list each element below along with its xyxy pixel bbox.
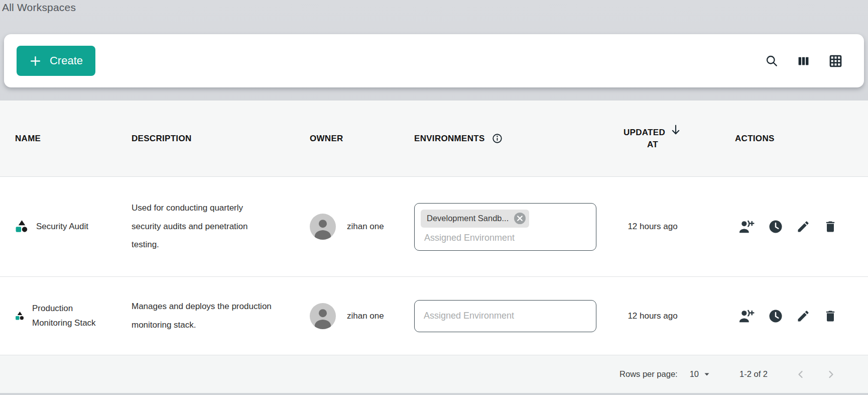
rows-per-page-label: Rows per page:: [619, 369, 678, 379]
workspace-description: Used for conducting quarterly security a…: [126, 199, 302, 254]
column-header-actions: ACTIONS: [707, 134, 868, 144]
person-add-icon[interactable]: [738, 309, 755, 323]
column-header-name: NAME: [0, 134, 126, 144]
next-page-icon[interactable]: [825, 368, 837, 380]
edit-pencil-icon[interactable]: [796, 309, 810, 323]
info-icon[interactable]: [491, 133, 503, 144]
create-button-label: Create: [50, 54, 83, 67]
environment-chip-label: Development Sandb...: [427, 214, 509, 223]
column-header-environments-label: ENVIRONMENTS: [414, 134, 485, 144]
search-icon[interactable]: [765, 54, 779, 68]
column-header-updated-label: UPDATED: [624, 127, 665, 139]
chevron-down-icon: [703, 371, 710, 378]
grid-view-icon[interactable]: [828, 54, 843, 68]
owner-name: zihan one: [347, 311, 384, 321]
delete-trash-icon[interactable]: [823, 220, 837, 234]
rows-per-page-value: 10: [690, 369, 699, 379]
workspaces-table: NAME DESCRIPTION OWNER ENVIRONMENTS UPDA…: [0, 101, 868, 395]
toolbar-card: Create: [4, 34, 864, 87]
arrow-down-icon: [670, 124, 682, 137]
pagination-bar: Rows per page: 10 1-2 of 2: [0, 355, 868, 393]
workspace-shapes-icon: [15, 311, 25, 321]
environment-placeholder: Assigned Environment: [424, 311, 514, 321]
table-row: Security Audit Used for conducting quart…: [0, 177, 868, 277]
create-button[interactable]: Create: [17, 46, 95, 76]
table-header-row: NAME DESCRIPTION OWNER ENVIRONMENTS UPDA…: [0, 101, 868, 177]
table-row: Production Monitoring Stack Manages and …: [0, 277, 868, 355]
page-title: All Workspaces: [2, 2, 76, 14]
workspace-name: Security Audit: [36, 220, 88, 234]
rows-per-page-select[interactable]: 10: [690, 369, 710, 379]
edit-pencil-icon[interactable]: [796, 220, 810, 234]
history-clock-icon[interactable]: [768, 309, 783, 324]
pagination-range: 1-2 of 2: [739, 369, 768, 379]
environment-chip: Development Sandb...: [421, 210, 529, 228]
column-header-owner: OWNER: [302, 134, 409, 144]
chip-remove-icon[interactable]: [514, 213, 526, 224]
column-header-at-label: AT: [647, 139, 658, 151]
avatar: [310, 214, 336, 240]
bottom-edge-strip: [0, 393, 868, 395]
updated-at-value: 12 hours ago: [598, 222, 707, 232]
workspace-shapes-icon: [15, 220, 29, 233]
assigned-environment-select[interactable]: Assigned Environment: [414, 300, 596, 332]
environment-placeholder: Assigned Environment: [424, 233, 590, 243]
delete-trash-icon[interactable]: [823, 309, 837, 323]
plus-icon: [29, 55, 42, 67]
workspace-name: Production Monitoring Stack: [32, 302, 108, 331]
owner-name: zihan one: [347, 222, 384, 232]
column-header-description: DESCRIPTION: [126, 134, 302, 144]
assigned-environment-select[interactable]: Development Sandb... Assigned Environmen…: [414, 203, 596, 251]
avatar: [310, 303, 336, 329]
previous-page-icon[interactable]: [795, 368, 807, 380]
toolbar-icon-group: [765, 54, 843, 68]
updated-at-value: 12 hours ago: [598, 311, 707, 321]
view-columns-icon[interactable]: [797, 54, 810, 68]
person-add-icon[interactable]: [738, 220, 755, 234]
column-header-updated-at[interactable]: UPDATED AT: [598, 127, 707, 151]
workspace-description: Manages and deploys the production monit…: [126, 298, 302, 334]
history-clock-icon[interactable]: [768, 219, 783, 234]
column-header-environments: ENVIRONMENTS: [409, 133, 598, 144]
